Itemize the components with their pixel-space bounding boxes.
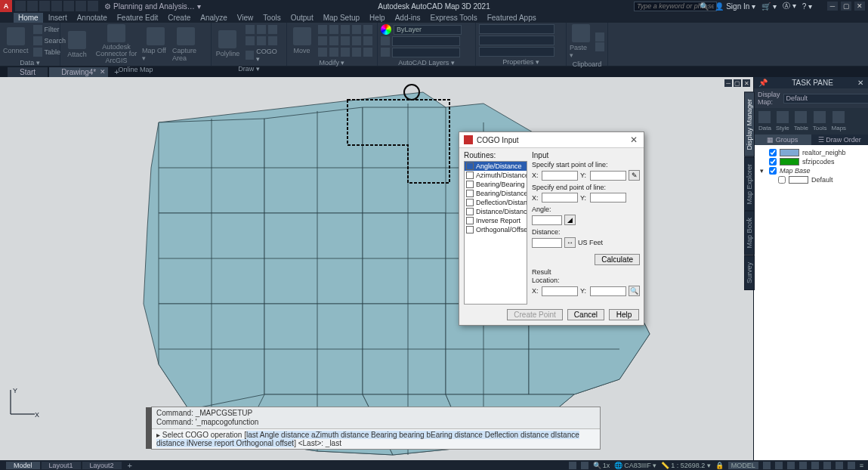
calculate-button[interactable]: Calculate	[595, 254, 640, 265]
prop-combo-1[interactable]	[479, 24, 554, 34]
tab-annotate[interactable]: Annotate	[73, 13, 112, 23]
cogo-dropdown[interactable]: COGO ▾	[244, 47, 283, 63]
doctab-start[interactable]: Start	[8, 67, 48, 77]
draw-tool-2[interactable]	[244, 36, 283, 46]
tab-addins[interactable]: Add-ins	[391, 13, 425, 23]
modify-row2[interactable]	[317, 36, 374, 46]
sb-tool-4[interactable]	[799, 462, 807, 469]
panel-label-modify[interactable]: Modify ▾	[290, 57, 374, 67]
cart-icon[interactable]: 🛒 ▾	[761, 2, 777, 11]
capture-area-button[interactable]: Capture Area	[172, 27, 199, 62]
displaymap-combo[interactable]	[783, 94, 868, 104]
routine-item[interactable]: Bearing/Bearing	[465, 180, 527, 189]
routine-item[interactable]: Angle/Distance	[465, 162, 527, 171]
app-logo[interactable]: A	[0, 0, 12, 12]
layout-add-button[interactable]: +	[123, 461, 137, 470]
tab-tools[interactable]: Tools	[258, 13, 285, 23]
layer-checkbox[interactable]	[769, 149, 777, 156]
prop-combo-2[interactable]	[479, 36, 554, 45]
qat-plot-icon[interactable]	[63, 1, 74, 11]
sb-tool-2[interactable]	[775, 462, 783, 469]
start-x-input[interactable]	[542, 171, 578, 181]
layer-combo[interactable]	[394, 25, 462, 35]
qat-open-icon[interactable]	[27, 1, 38, 11]
tab-map-setup[interactable]: Map Setup	[319, 13, 364, 23]
cancel-button[interactable]: Cancel	[567, 309, 604, 320]
tab-help[interactable]: Help	[365, 13, 390, 23]
sb-zoom[interactable]: 🔍 1x	[593, 462, 610, 469]
routine-item[interactable]: Azimuth/Distance	[465, 171, 527, 180]
help-button[interactable]: Help	[609, 309, 639, 320]
sb-tool-1[interactable]	[763, 462, 771, 469]
help-icon[interactable]: ? ▾	[802, 2, 812, 11]
tab-insert[interactable]: Insert	[44, 13, 72, 23]
sb-menu-icon[interactable]: ≡	[860, 462, 863, 469]
panel-label-draw[interactable]: Draw ▾	[215, 63, 283, 73]
layer-swatch[interactable]	[780, 158, 799, 165]
prop-combo-3[interactable]	[479, 47, 554, 57]
layer-tool-1[interactable]	[381, 36, 390, 45]
angle-input[interactable]	[532, 215, 562, 225]
sb-tool-3[interactable]	[787, 462, 795, 469]
end-x-input[interactable]	[542, 193, 578, 203]
pick-start-point-button[interactable]: ✎	[629, 170, 640, 181]
layer-row[interactable]: Default	[755, 175, 866, 184]
tp-tab-draworder[interactable]: ☰ Draw Order	[811, 135, 869, 145]
color-swatch-icon[interactable]	[381, 24, 391, 35]
qat-redo-icon[interactable]	[88, 1, 98, 11]
qat-undo-icon[interactable]	[76, 1, 86, 11]
linetype-combo[interactable]	[392, 36, 460, 46]
layer-swatch[interactable]	[780, 149, 799, 156]
paste-button[interactable]: Paste ▾	[570, 24, 592, 59]
result-x-input[interactable]	[542, 286, 578, 296]
distance-input[interactable]	[532, 238, 562, 248]
vp-maximize[interactable]: ▢	[734, 79, 741, 87]
tab-view[interactable]: View	[233, 13, 258, 23]
qat-save-icon[interactable]	[39, 1, 50, 11]
draw-tool-1[interactable]	[244, 24, 283, 35]
layer-checkbox[interactable]	[769, 158, 777, 165]
sb-coord-system[interactable]: 🌐 CA83IIIF ▾	[614, 462, 656, 469]
minimize-button[interactable]: ─	[827, 2, 838, 11]
sb-model-toggle[interactable]: MODEL	[728, 462, 758, 469]
tp-tool-style[interactable]: Style	[776, 111, 789, 131]
doctab-drawing[interactable]: Drawing4*✕	[49, 67, 108, 77]
workspace-dropdown[interactable]: ⚙ Planning and Analysis… ▾	[104, 2, 201, 11]
routine-item[interactable]: Orthogonal/Offset	[465, 225, 527, 234]
move-button[interactable]: Move	[290, 27, 314, 54]
mapbase-row[interactable]: ▾ Map Base	[755, 166, 866, 175]
dialog-titlebar[interactable]: COGO Input ✕	[459, 132, 644, 148]
sb-tool-5[interactable]	[811, 462, 819, 469]
routines-list[interactable]: Angle/Distance Azimuth/Distance Bearing/…	[464, 161, 527, 305]
sidetab-map-explorer[interactable]: Map Explorer	[744, 157, 755, 212]
dialog-close-button[interactable]: ✕	[629, 135, 639, 145]
tp-tool-tools[interactable]: Tools	[813, 111, 827, 131]
layer-row[interactable]: realtor_neighb	[755, 148, 866, 157]
map-off-button[interactable]: Map Off ▾	[142, 27, 169, 62]
sb-scale[interactable]: 📏 1 : 52698.2 ▾	[661, 462, 711, 469]
command-line[interactable]: Command: _MAPCGSETUP Command: '_mapcogof…	[151, 407, 601, 450]
panel-label-data[interactable]: Data ▾	[3, 57, 57, 67]
vp-close[interactable]: ✕	[743, 79, 750, 87]
cmdline-drag-handle[interactable]	[146, 407, 152, 449]
tp-tool-maps[interactable]: Maps	[832, 111, 847, 131]
routine-item[interactable]: Inverse Report	[465, 216, 527, 225]
maximize-button[interactable]: ▢	[841, 2, 851, 11]
cmdline-prompt[interactable]: ▸ Select COGO operation [last Angle dist…	[152, 428, 600, 449]
qat-new-icon[interactable]	[15, 1, 26, 11]
tab-create[interactable]: Create	[163, 13, 195, 23]
sb-grid-icon[interactable]	[569, 462, 576, 469]
routine-item[interactable]: Bearing/Distance	[465, 189, 527, 198]
routine-item[interactable]: Distance/Distance	[465, 207, 527, 216]
modify-row1[interactable]	[317, 24, 374, 35]
start-y-input[interactable]	[590, 171, 626, 181]
layer-tool-2[interactable]	[381, 48, 390, 57]
modify-row3[interactable]	[317, 47, 374, 57]
tab-analyze[interactable]: Analyze	[196, 13, 232, 23]
arcgis-button[interactable]: Autodesk Connector for ArcGIS	[94, 24, 139, 64]
tab-home[interactable]: Home	[14, 13, 43, 23]
doctab-close-icon[interactable]: ✕	[100, 68, 106, 76]
taskpane-close-icon[interactable]: ✕	[857, 79, 863, 87]
result-y-input[interactable]	[590, 286, 626, 296]
sb-tool-7[interactable]	[836, 462, 843, 469]
